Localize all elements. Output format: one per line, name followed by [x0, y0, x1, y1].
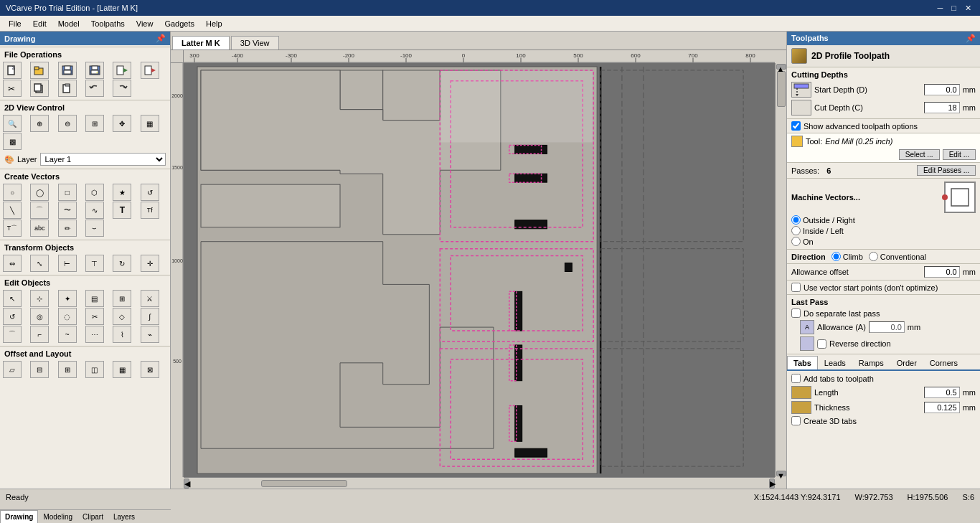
zoom-in-button[interactable]: ⊕ [30, 115, 49, 132]
inside-left-radio[interactable] [791, 226, 801, 235]
outside-right-option[interactable]: Outside / Right [791, 215, 976, 225]
rotate-tool[interactable]: ↻ [113, 255, 131, 272]
draw-tool[interactable]: ✏ [58, 220, 77, 237]
lp-allowance-input[interactable] [869, 321, 905, 333]
star-tool[interactable]: ★ [113, 184, 131, 201]
vscroll-thumb[interactable] [777, 71, 786, 107]
vscroll-up-btn[interactable]: ▲ [776, 64, 786, 70]
vscrollbar[interactable]: ▲ ▼ [775, 63, 786, 477]
align-tool[interactable]: ✛ [141, 255, 159, 272]
scale-tool[interactable]: ⤡ [30, 255, 49, 272]
array-tool[interactable]: ⊞ [58, 361, 77, 378]
zoom-out-button[interactable]: ⊖ [58, 115, 77, 132]
offset-tool[interactable]: ▱ [3, 361, 22, 378]
layout-tool[interactable]: ⊟ [30, 361, 49, 378]
minimize-button[interactable]: ─ [935, 4, 946, 13]
conventional-option[interactable]: Conventional [869, 252, 926, 261]
pan-button[interactable]: ✥ [113, 115, 131, 132]
climb-radio[interactable] [831, 252, 841, 261]
offset2-tool[interactable]: ◎ [30, 308, 49, 325]
mirror-v-tool[interactable]: ⊤ [85, 255, 104, 272]
tab-leads[interactable]: Leads [818, 356, 852, 369]
distort-tool[interactable]: ⊠ [141, 361, 159, 378]
menu-model[interactable]: Model [52, 18, 85, 29]
select-tool-button[interactable]: Select ... [899, 149, 940, 160]
export-button[interactable] [141, 62, 159, 79]
menu-edit[interactable]: Edit [27, 18, 52, 29]
bezier-tool[interactable]: ∿ [85, 202, 104, 219]
outside-right-radio[interactable] [791, 215, 801, 225]
panel-pin-icon-right[interactable]: 📌 [966, 34, 976, 43]
weld-tool[interactable]: ⌁ [141, 326, 159, 343]
do-separate-checkbox[interactable] [791, 308, 801, 318]
canvas-drawing[interactable] [184, 63, 775, 477]
tab-ramps[interactable]: Ramps [852, 356, 890, 369]
zoom-selection-button[interactable]: ⊞ [85, 115, 104, 132]
cut-depth-input[interactable] [924, 102, 960, 113]
fillhole-tool[interactable]: ◌ [58, 308, 77, 325]
length-input[interactable] [924, 387, 960, 398]
group-tool[interactable]: ▤ [85, 290, 104, 307]
text-tool[interactable]: T [113, 202, 131, 219]
text-layout-tool[interactable]: abc [30, 220, 49, 237]
arc-tool[interactable]: ⌒ [30, 202, 49, 219]
open-button[interactable] [30, 62, 49, 79]
ungroup-tool[interactable]: ⊞ [113, 290, 131, 307]
allowance-input[interactable] [924, 266, 960, 278]
hscroll-left-btn[interactable]: ◀ [184, 479, 189, 489]
line-tool[interactable]: ╲ [3, 202, 22, 219]
vector-start-label[interactable]: Use vector start points (don't optimize) [791, 283, 976, 292]
menu-file[interactable]: File [3, 18, 27, 29]
circle-tool[interactable]: ○ [3, 184, 22, 201]
view-shaded-button[interactable]: ▩ [3, 133, 22, 150]
node-edit-tool[interactable]: ⊹ [30, 290, 49, 307]
tab-latter-mk[interactable]: Latter M K [172, 36, 230, 50]
tab-corners[interactable]: Corners [923, 356, 964, 369]
reverse-checkbox[interactable] [817, 339, 826, 349]
vector-start-checkbox[interactable] [791, 283, 801, 292]
smooth-tool[interactable]: ~ [58, 326, 77, 343]
new-button[interactable] [3, 62, 22, 79]
knife-tool[interactable]: ⚔ [141, 290, 159, 307]
thickness-input[interactable] [924, 402, 960, 413]
layer-select[interactable]: Layer 1 [40, 153, 166, 166]
create-3d-checkbox[interactable] [791, 416, 801, 425]
edit-passes-button[interactable]: Edit Passes ... [917, 165, 976, 176]
redo-button[interactable] [113, 80, 131, 97]
text-arc-tool[interactable]: T⌒ [3, 220, 22, 237]
close-button[interactable]: ✕ [962, 4, 974, 13]
add-tabs-checkbox[interactable] [791, 374, 801, 383]
break-tool[interactable]: ⋯ [85, 326, 104, 343]
trim-tool[interactable]: ✂ [85, 308, 104, 325]
import-button[interactable] [113, 62, 131, 79]
tab-order[interactable]: Order [890, 356, 923, 369]
zoom-extents-button[interactable]: 🔍 [3, 115, 22, 132]
copy-button[interactable] [30, 80, 49, 97]
view-option-button[interactable]: ▦ [141, 115, 159, 132]
node2-tool[interactable]: ◇ [113, 308, 131, 325]
inside-left-option[interactable]: Inside / Left [791, 226, 976, 235]
mirror-h-tool[interactable]: ⊢ [58, 255, 77, 272]
save-button[interactable] [58, 62, 77, 79]
menu-help[interactable]: Help [200, 18, 228, 29]
text-fit-tool[interactable]: Tf [141, 202, 159, 219]
select-tool[interactable]: ↖ [3, 290, 22, 307]
bezier2-tool[interactable]: ⌣ [85, 220, 104, 237]
smart-sel-tool[interactable]: ✦ [58, 290, 77, 307]
move-tool[interactable]: ⇔ [3, 255, 22, 272]
tab-tabs[interactable]: Tabs [787, 356, 818, 369]
polygon-tool[interactable]: ⬡ [85, 184, 104, 201]
maximize-button[interactable]: □ [948, 4, 959, 13]
curve-tool[interactable]: ∫ [141, 308, 159, 325]
edit-tool-button[interactable]: Edit ... [943, 149, 976, 160]
arc2-tool[interactable]: ⌒ [3, 326, 22, 343]
undo-button[interactable] [85, 80, 104, 97]
on-radio[interactable] [791, 237, 801, 246]
hscrollbar[interactable]: ◀ ▶ [184, 477, 775, 489]
ellipse-tool[interactable]: ◯ [30, 184, 49, 201]
vscroll-down-btn[interactable]: ▼ [776, 471, 786, 476]
join-tool[interactable]: ⌇ [113, 326, 131, 343]
menu-view[interactable]: View [131, 18, 159, 29]
show-advanced-checkbox[interactable] [791, 121, 801, 131]
cut-button[interactable]: ✂ [3, 80, 22, 97]
